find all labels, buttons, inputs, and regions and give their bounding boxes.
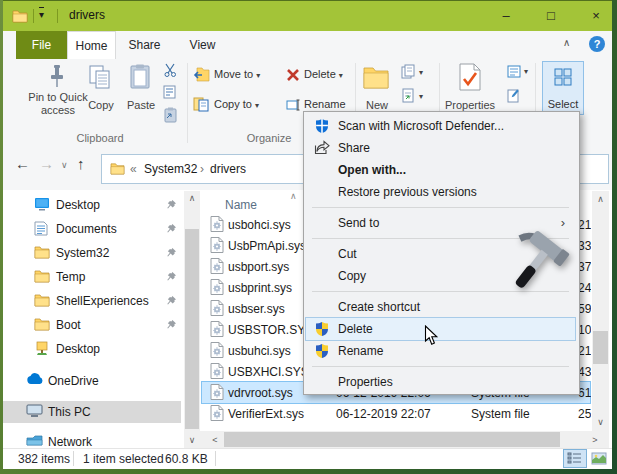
horizontal-scrollbar-thumb[interactable] xyxy=(224,432,560,447)
collapse-ribbon-icon[interactable]: ∧ xyxy=(563,37,570,48)
copy-to-icon xyxy=(193,97,210,112)
menu-item-scan-with-microsoft-defender[interactable]: Scan with Microsoft Defender... xyxy=(306,115,575,137)
hammer-logo xyxy=(503,230,577,304)
menu-item-properties[interactable]: Properties xyxy=(306,371,575,393)
selection-count: 1 item selected xyxy=(83,452,164,466)
cut-icon[interactable] xyxy=(163,63,178,77)
sidebar-item-system32[interactable]: System32 xyxy=(3,242,181,264)
sidebar-item-desktop[interactable]: Desktop xyxy=(3,194,181,216)
filelist-scrollbar-thumb[interactable] xyxy=(593,331,608,364)
submenu-arrow-icon: › xyxy=(561,215,565,230)
paste-button[interactable]: Paste xyxy=(121,99,161,111)
move-to-icon xyxy=(193,67,210,82)
new-button[interactable]: New xyxy=(357,99,397,111)
rename-icon xyxy=(286,99,301,111)
rename-button[interactable]: Rename xyxy=(304,98,346,110)
easy-access-dropdown-icon[interactable]: ▾ xyxy=(419,92,423,101)
sidebar-item-label: Boot xyxy=(56,318,81,332)
file-size: 254 xyxy=(578,407,591,421)
title-bar[interactable]: ▾ drivers – □ × xyxy=(3,1,612,31)
tab-file[interactable]: File xyxy=(16,31,67,59)
file-row[interactable]: VerifierExt.sys06-12-2019 22:07System fi… xyxy=(202,403,590,424)
close-button[interactable]: × xyxy=(579,1,613,31)
move-to-button[interactable]: Move to ▾ xyxy=(214,68,260,80)
maximize-button[interactable]: □ xyxy=(534,1,568,31)
copy-button[interactable]: Copy xyxy=(81,99,121,111)
tab-share[interactable]: Share xyxy=(114,31,175,59)
breadcrumb-overflow[interactable]: « xyxy=(130,162,137,176)
tab-home[interactable]: Home xyxy=(67,31,116,60)
easy-access-icon[interactable] xyxy=(401,88,416,103)
scroll-down-icon[interactable]: ∨ xyxy=(184,435,200,445)
quick-access-toolbar-dropdown-icon[interactable]: ▾ xyxy=(39,7,44,22)
dropdown-icon: ▾ xyxy=(255,101,259,110)
thumbnail-view-button[interactable] xyxy=(588,450,610,467)
menu-item-delete[interactable]: Delete xyxy=(306,318,575,340)
history-dropdown-icon[interactable]: ∨ xyxy=(61,160,68,170)
menu-item-restore-previous-versions[interactable]: Restore previous versions xyxy=(306,181,575,203)
properties-button[interactable]: Properties xyxy=(441,99,499,111)
scroll-left-icon[interactable]: < xyxy=(210,435,220,445)
file-name: usbport.sys xyxy=(228,260,289,274)
scroll-up-icon[interactable]: ∧ xyxy=(592,194,609,204)
system-file-icon xyxy=(210,405,224,424)
system-file-icon xyxy=(210,279,224,298)
desktop: ▾ drivers – □ × File Home Share View ∧ ?… xyxy=(0,0,617,474)
help-icon[interactable]: ? xyxy=(589,36,605,52)
scroll-up-icon[interactable]: ∧ xyxy=(184,193,200,203)
scroll-right-icon[interactable]: > xyxy=(590,435,600,445)
menu-item-rename[interactable]: Rename xyxy=(306,340,575,362)
sidebar-scrollbar[interactable]: ∧ ∨ xyxy=(184,191,200,448)
details-view-button[interactable] xyxy=(564,450,586,467)
sidebar-item-label: Desktop xyxy=(56,342,100,356)
sidebar-item-documents[interactable]: Documents xyxy=(3,218,181,240)
file-type: System file xyxy=(471,407,530,421)
folder-icon xyxy=(34,245,50,261)
sidebar-item-boot[interactable]: Boot xyxy=(3,314,181,336)
open-dropdown-icon[interactable]: ▾ xyxy=(524,67,528,76)
menu-item-open-with[interactable]: Open with... xyxy=(306,159,575,181)
system-file-icon xyxy=(210,258,224,277)
column-header-name[interactable]: Name xyxy=(225,198,257,212)
navigation-pane: DesktopDocumentsSystem32TempShellExperie… xyxy=(3,190,181,448)
breadcrumb-segment[interactable]: System32 xyxy=(144,162,197,176)
system-file-icon xyxy=(210,300,224,319)
forward-icon[interactable]: → xyxy=(39,155,54,172)
sidebar-item-desktop[interactable]: Desktop xyxy=(3,338,181,360)
sidebar-item-onedrive[interactable]: OneDrive xyxy=(3,370,181,392)
paste-shortcut-icon[interactable] xyxy=(163,107,178,123)
filelist-scrollbar[interactable]: ∧ ∨ xyxy=(592,191,609,431)
scroll-down-icon[interactable]: ∨ xyxy=(592,417,609,427)
titlebar-separator xyxy=(33,9,34,23)
minimize-button[interactable]: – xyxy=(489,1,523,31)
new-item-icon[interactable] xyxy=(401,64,416,79)
tab-view[interactable]: View xyxy=(175,31,230,59)
new-item-dropdown-icon[interactable]: ▾ xyxy=(419,68,423,77)
sidebar-item-temp[interactable]: Temp xyxy=(3,266,181,288)
file-name: usbprint.sys xyxy=(228,281,292,295)
horizontal-scrollbar[interactable]: < > xyxy=(200,431,609,448)
copy-to-button[interactable]: Copy to ▾ xyxy=(214,98,259,110)
file-name: VerifierExt.sys xyxy=(228,407,304,421)
sidebar-item-shellexperiences[interactable]: ShellExperiences xyxy=(3,290,181,312)
pin-icon xyxy=(166,247,177,261)
window-folder-icon xyxy=(12,9,28,23)
system-file-icon xyxy=(210,237,224,256)
select-button[interactable]: Select xyxy=(542,61,584,115)
breadcrumb-chevron-icon: › xyxy=(200,162,204,176)
edit-icon[interactable] xyxy=(507,88,522,103)
up-icon[interactable]: ↑ xyxy=(77,155,85,172)
copy-path-icon[interactable] xyxy=(163,85,178,99)
menu-item-label: Restore previous versions xyxy=(338,185,477,199)
open-icon[interactable] xyxy=(507,65,522,78)
delete-button[interactable]: Delete ▾ xyxy=(304,68,343,80)
thumbnail-view-icon xyxy=(591,452,607,465)
back-icon[interactable]: ← xyxy=(15,155,30,172)
sidebar-scrollbar-thumb[interactable] xyxy=(185,229,199,429)
sidebar-item-this-pc[interactable]: This PC xyxy=(3,401,181,423)
uac-shield-icon xyxy=(314,321,330,340)
pin-icon xyxy=(166,271,177,285)
selection-size: 60.8 KB xyxy=(165,452,208,466)
menu-item-share[interactable]: Share xyxy=(306,137,575,159)
breadcrumb-segment[interactable]: drivers xyxy=(210,162,246,176)
